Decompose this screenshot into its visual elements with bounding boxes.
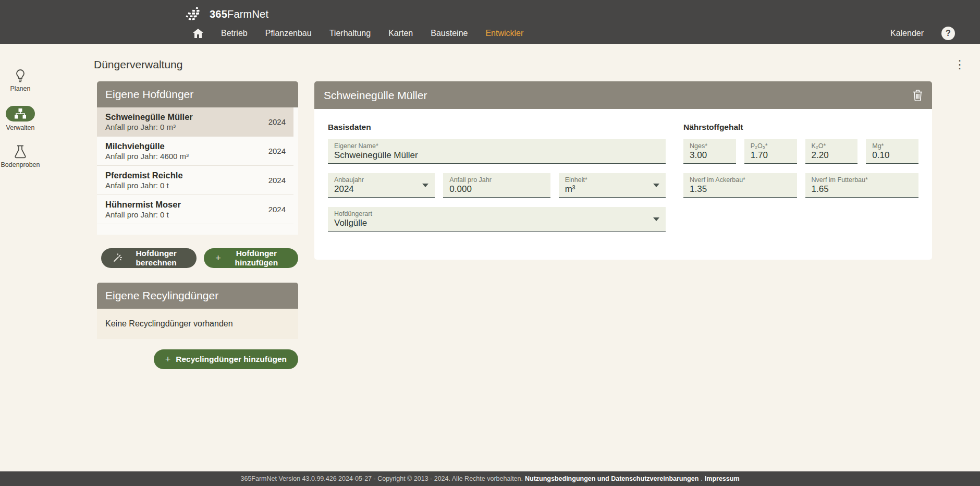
nverf-ackerbau-label: Nverf im Ackerbau* [690, 176, 791, 184]
footer-version-text: 365FarmNet Version 43.0.99.426 2024-05-2… [240, 475, 523, 482]
anfall-pro-jahr-label: Anfall pro Jahr [449, 176, 544, 184]
nverf-futterbau-field[interactable]: Nverf im Futterbau* 1.65 [805, 173, 919, 198]
nav-item-tierhaltung[interactable]: Tierhaltung [329, 29, 371, 38]
rail-label-verwalten: Verwalten [6, 124, 35, 131]
einheit-value: m³ [565, 184, 659, 195]
mg-value: 0.10 [872, 150, 912, 161]
footer-separator: . [701, 475, 702, 482]
main-nav: Betrieb Pflanzenbau Tierhaltung Karten B… [186, 23, 955, 44]
recyclingduenger-hinzufuegen-label: Recyclingdünger hinzufügen [176, 355, 287, 364]
eigener-name-value: Schweinegülle Müller [334, 150, 659, 161]
k2o-value: 2.20 [812, 150, 852, 161]
plus-icon: + [215, 253, 221, 264]
nav-item-kalender[interactable]: Kalender [890, 29, 924, 38]
flask-icon [14, 145, 27, 159]
anbaujahr-select[interactable]: Anbaujahr 2024 [328, 173, 435, 198]
nverf-futterbau-label: Nverf im Futterbau* [812, 176, 913, 184]
nverf-futterbau-value: 1.65 [812, 184, 913, 195]
anbaujahr-label: Anbaujahr [334, 176, 428, 184]
basisdaten-heading: Basisdaten [328, 123, 666, 132]
list-item[interactable]: Milchviehgülle Anfall pro Jahr: 4600 m³ … [97, 137, 298, 166]
p2o5-label: P₂O₅* [751, 142, 791, 150]
fertilizer-name: Schweinegülle Müller [105, 112, 268, 122]
logo-text: 365FarmNet [210, 8, 268, 20]
rail-item-planen[interactable]: Planen [0, 69, 41, 92]
footer-imprint-link[interactable]: Impressum [705, 475, 740, 482]
list-item[interactable]: Hühnermist Moser Anfall pro Jahr: 0 t 20… [97, 195, 298, 224]
hofduenger-berechnen-label: Hofdünger berechnen [127, 249, 185, 268]
plus-icon: + [165, 354, 171, 365]
hofduenger-berechnen-button[interactable]: Hofdünger berechnen [101, 248, 197, 268]
recyclingduenger-hinzufuegen-button[interactable]: + Recyclingdünger hinzufügen [154, 349, 298, 369]
detail-panel: Schweinegülle Müller [314, 81, 932, 260]
rail-item-bodenproben[interactable]: Bodenproben [0, 145, 41, 168]
nav-item-pflanzenbau[interactable]: Pflanzenbau [265, 29, 312, 38]
fertilizer-detail: Anfall pro Jahr: 0 t [105, 181, 268, 190]
page-title: Düngerverwaltung [94, 58, 182, 71]
sitemap-icon [6, 106, 35, 122]
anfall-pro-jahr-field[interactable]: Anfall pro Jahr 0.000 [443, 173, 550, 198]
k2o-field[interactable]: K₂O* 2.20 [805, 139, 858, 164]
rail-item-verwalten[interactable]: Verwalten [0, 106, 41, 131]
hofduenger-list: Schweinegülle Müller Anfall pro Jahr: 0 … [97, 107, 298, 235]
naehrstoffgehalt-section: Nährstoffgehalt Nges* 3.00 P₂O₅* 1.70 [683, 123, 918, 241]
nav-item-entwickler[interactable]: Entwickler [485, 29, 523, 38]
trash-icon[interactable] [913, 90, 923, 101]
k2o-label: K₂O* [812, 142, 852, 150]
recycling-empty-text: Keine Recyclingdünger vorhanden [97, 309, 298, 339]
list-item[interactable]: Pferdemist Reichle Anfall pro Jahr: 0 t … [97, 166, 298, 195]
nav-item-karten[interactable]: Karten [388, 29, 413, 38]
detail-title: Schweinegülle Müller [324, 89, 427, 102]
nges-field[interactable]: Nges* 3.00 [683, 139, 736, 164]
chevron-down-icon [653, 184, 659, 187]
einheit-select[interactable]: Einheit* m³ [559, 173, 666, 198]
eigener-name-field[interactable]: Eigener Name* Schweinegülle Müller [328, 139, 666, 164]
hofduenger-panel-header: Eigene Hofdünger [97, 81, 298, 107]
mg-label: Mg* [872, 142, 912, 150]
p2o5-field[interactable]: P₂O₅* 1.70 [744, 139, 797, 164]
list-item[interactable]: Schweinegülle Mast 1:1 verdünnt [97, 224, 298, 235]
fertilizer-name: Milchviehgülle [105, 141, 268, 151]
hofduengerart-value: Vollgülle [334, 218, 659, 228]
anbaujahr-value: 2024 [334, 184, 428, 195]
recycling-panel-header: Eigene Recylingdünger [97, 283, 298, 309]
mg-field[interactable]: Mg* 0.10 [866, 139, 918, 164]
rail-label-planen: Planen [10, 85, 31, 92]
chevron-down-icon [422, 184, 428, 187]
nges-value: 3.00 [690, 150, 730, 161]
magic-wand-icon [113, 253, 122, 263]
footer-terms-link[interactable]: Nutzungsbedingungen und Datenschutzverei… [525, 475, 699, 482]
app-window: 365FarmNet Betrieb Pflanzenbau Tierhaltu… [0, 0, 980, 486]
eigener-name-label: Eigener Name* [334, 142, 659, 150]
help-icon[interactable]: ? [941, 27, 955, 40]
fertilizer-year: 2024 [268, 117, 286, 126]
fertilizer-year: 2024 [268, 205, 286, 214]
rail-label-bodenproben: Bodenproben [1, 161, 40, 168]
home-icon[interactable] [193, 29, 203, 38]
list-item[interactable]: Schweinegülle Müller Anfall pro Jahr: 0 … [97, 107, 298, 137]
chevron-down-icon [653, 217, 659, 221]
farmnet-logo[interactable]: 365FarmNet [186, 7, 268, 21]
hofduenger-panel: Eigene Hofdünger Schweinegülle Müller An… [97, 81, 298, 235]
nverf-ackerbau-field[interactable]: Nverf im Ackerbau* 1.35 [683, 173, 797, 198]
fertilizer-name: Hühnermist Moser [105, 200, 268, 210]
fertilizer-detail: Anfall pro Jahr: 4600 m³ [105, 152, 268, 161]
top-navigation-bar: 365FarmNet Betrieb Pflanzenbau Tierhaltu… [0, 0, 980, 44]
kebab-menu-icon[interactable]: ⋮ [951, 59, 969, 70]
hofduengerart-select[interactable]: Hofdüngerart Vollgülle [328, 207, 666, 232]
logo-pixel-leaf-icon [186, 7, 206, 21]
main-content: Düngerverwaltung ⋮ Eigene Hofdünger Schw… [41, 44, 980, 471]
nges-label: Nges* [690, 142, 730, 150]
anfall-pro-jahr-value: 0.000 [449, 184, 544, 195]
hofduenger-hinzufuegen-button[interactable]: + Hofdünger hinzufügen [204, 248, 298, 268]
fertilizer-year: 2024 [268, 147, 286, 155]
left-icon-rail: Planen Verwalten [0, 44, 41, 471]
fertilizer-detail: Anfall pro Jahr: 0 t [105, 210, 268, 219]
naehrstoffgehalt-heading: Nährstoffgehalt [683, 123, 918, 132]
fertilizer-year: 2024 [268, 176, 286, 185]
nverf-ackerbau-value: 1.35 [690, 184, 791, 195]
nav-item-bausteine[interactable]: Bausteine [431, 29, 468, 38]
hofduenger-hinzufuegen-label: Hofdünger hinzufügen [226, 249, 287, 268]
nav-item-betrieb[interactable]: Betrieb [221, 29, 248, 38]
basisdaten-section: Basisdaten Eigener Name* Schweinegülle M… [328, 123, 666, 241]
